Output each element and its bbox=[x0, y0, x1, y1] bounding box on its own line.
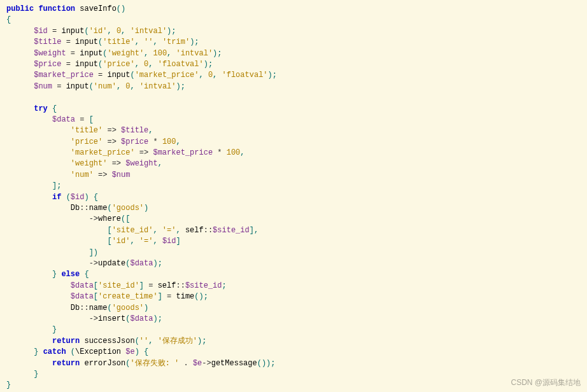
str: 'title' bbox=[103, 38, 134, 46]
var: $market_price bbox=[153, 148, 213, 157]
var: $data bbox=[130, 259, 153, 268]
call: insert bbox=[98, 314, 125, 323]
var: $title bbox=[121, 126, 148, 135]
self: self bbox=[185, 226, 204, 235]
call: update bbox=[98, 259, 125, 268]
str: '保存失败: ' bbox=[130, 359, 179, 368]
call: input bbox=[80, 49, 103, 58]
str: '=' bbox=[162, 226, 176, 235]
op: * bbox=[217, 148, 222, 157]
var: $site_id bbox=[185, 281, 222, 290]
var: $id bbox=[71, 193, 85, 202]
num: 0 bbox=[117, 27, 121, 36]
str: 'goods' bbox=[112, 204, 144, 213]
op: * bbox=[153, 137, 157, 146]
str: 'site_id' bbox=[98, 281, 139, 290]
call-input: input bbox=[61, 27, 84, 36]
call: successJson bbox=[84, 337, 134, 346]
var: $num bbox=[34, 82, 52, 91]
num: 100 bbox=[153, 49, 167, 58]
str: 'create_time' bbox=[98, 292, 158, 301]
var-data: $data bbox=[52, 115, 75, 124]
str: 'weight' bbox=[107, 49, 144, 58]
kw-try: try bbox=[34, 104, 48, 113]
str: '=' bbox=[139, 237, 153, 246]
call: where bbox=[98, 214, 121, 223]
kw-function: function bbox=[38, 4, 75, 13]
str: '保存成功' bbox=[158, 337, 197, 346]
kw-public: public bbox=[6, 4, 34, 13]
str: 'id' bbox=[89, 27, 108, 36]
var: $price bbox=[34, 60, 61, 69]
kw-if: if bbox=[52, 193, 61, 202]
var: $e bbox=[125, 347, 134, 356]
str: 'trim' bbox=[162, 38, 190, 46]
str: 'price' bbox=[103, 60, 134, 69]
str: 'floatval' bbox=[158, 60, 204, 69]
str: 'title' bbox=[71, 126, 103, 135]
kw-else: else bbox=[61, 270, 80, 279]
str: 'intval' bbox=[130, 27, 167, 36]
var: $price bbox=[121, 137, 148, 146]
str: 'num' bbox=[94, 82, 117, 91]
call: input bbox=[107, 71, 130, 80]
str: 'intval' bbox=[139, 82, 176, 91]
call: errorJson bbox=[84, 359, 125, 368]
str: 'goods' bbox=[112, 304, 144, 312]
class-exception: \Exception bbox=[75, 347, 121, 356]
str: 'price' bbox=[71, 137, 103, 146]
var: $data bbox=[71, 281, 94, 290]
call: name bbox=[89, 204, 108, 213]
var: $title bbox=[34, 38, 61, 46]
call: name bbox=[89, 304, 108, 312]
str: 'floatval' bbox=[222, 71, 268, 80]
str: 'market_price' bbox=[135, 71, 199, 80]
var: $data bbox=[130, 314, 153, 323]
call: input bbox=[75, 38, 98, 46]
var: $weight bbox=[125, 159, 157, 168]
class-db: Db bbox=[71, 204, 80, 213]
str: '' bbox=[144, 38, 153, 46]
class-db: Db bbox=[71, 304, 80, 312]
var: $num bbox=[112, 171, 131, 179]
function-name: saveInfo bbox=[80, 4, 117, 13]
code-block: public function saveInfo() { $id = input… bbox=[6, 4, 581, 391]
var: $site_id bbox=[213, 226, 250, 235]
num: 100 bbox=[227, 148, 241, 157]
kw-return: return bbox=[52, 337, 80, 346]
str: 'market_price' bbox=[71, 148, 135, 157]
str: 'site_id' bbox=[112, 226, 153, 235]
call: time bbox=[176, 292, 194, 301]
var: $weight bbox=[34, 49, 66, 58]
call: input bbox=[66, 82, 89, 91]
str: 'id' bbox=[112, 237, 131, 246]
watermark: CSDN @源码集结地 bbox=[511, 377, 581, 388]
var: $data bbox=[71, 292, 94, 301]
kw-catch: catch bbox=[43, 347, 66, 356]
var: $e bbox=[193, 359, 202, 368]
call: getMessage bbox=[211, 359, 257, 368]
call: input bbox=[75, 60, 98, 69]
op: . bbox=[183, 359, 188, 368]
str: '' bbox=[139, 337, 148, 346]
var-id: $id bbox=[34, 27, 48, 36]
str: 'weight' bbox=[71, 159, 108, 168]
self: self bbox=[158, 281, 176, 290]
str: 'num' bbox=[71, 171, 94, 179]
var: $market_price bbox=[34, 71, 94, 80]
str: 'intval' bbox=[176, 49, 213, 58]
num: 100 bbox=[162, 137, 176, 146]
var: $id bbox=[162, 237, 176, 246]
kw-return: return bbox=[52, 359, 80, 368]
